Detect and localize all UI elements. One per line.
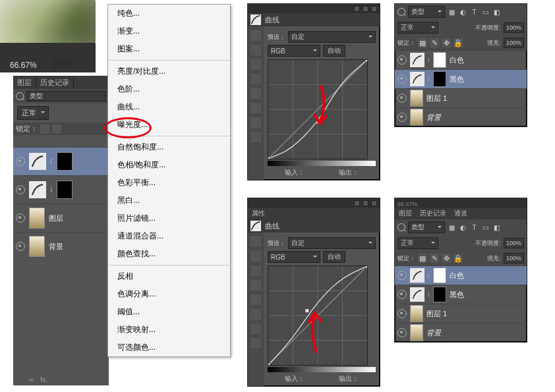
fill-value[interactable]: 100%	[504, 38, 524, 48]
filter-smart-icon[interactable]: ◧	[492, 8, 501, 16]
curve-smooth-tool[interactable]	[250, 294, 261, 305]
eyedropper-gray[interactable]	[250, 266, 261, 276]
layer-mask[interactable]	[433, 52, 446, 68]
link-icon[interactable]: ∞	[29, 376, 34, 383]
layer-row[interactable]: 图层 1	[395, 304, 527, 323]
visibility-icon[interactable]	[397, 74, 407, 84]
visibility-icon[interactable]	[16, 185, 25, 194]
menu-item[interactable]: 可选颜色...	[108, 339, 230, 356]
curve-pencil-tool[interactable]	[250, 309, 261, 320]
fill-value[interactable]: 100%	[504, 253, 524, 264]
blend-mode-dropdown[interactable]: 正常	[397, 22, 438, 34]
opacity-value[interactable]: 100%	[504, 22, 524, 33]
lock-move-icon[interactable]: ✥	[442, 38, 451, 47]
curve-smooth2-tool[interactable]	[250, 117, 261, 128]
tab-history[interactable]: 历史记录	[36, 76, 74, 89]
menu-item[interactable]: 黑白...	[108, 192, 230, 210]
fx-icon[interactable]: fx.	[40, 376, 47, 383]
layer-row[interactable]: ⁞白色	[395, 266, 527, 285]
channel-dropdown[interactable]: RGB	[268, 45, 320, 57]
layer-mask[interactable]	[57, 152, 73, 171]
layer-row[interactable]: ⁞白色	[395, 50, 527, 69]
layer-row[interactable]: 图层	[13, 204, 109, 232]
layer-mask[interactable]	[433, 267, 446, 283]
tab-layers[interactable]: 图层	[13, 76, 36, 89]
opacity-value[interactable]: 100%	[504, 238, 524, 248]
filter-pixel-icon[interactable]: ▦	[448, 223, 456, 232]
lock-transparent-icon[interactable]: ▦	[418, 254, 427, 263]
visibility-icon[interactable]	[397, 290, 407, 299]
lock-pixels-icon[interactable]	[40, 125, 49, 134]
eyedropper-white[interactable]	[250, 280, 261, 291]
curve-smooth-tool[interactable]	[250, 88, 261, 99]
layer-row[interactable]: 背景	[13, 232, 109, 260]
lock-move-icon[interactable]: ✥	[442, 254, 451, 263]
eyedropper-black[interactable]	[250, 45, 261, 55]
visibility-icon[interactable]	[397, 55, 407, 65]
lock-paint-icon[interactable]: ✎	[430, 254, 439, 263]
menu-item[interactable]: 色彩平衡...	[108, 174, 230, 192]
filter-shape-icon[interactable]: ▭	[481, 223, 490, 232]
filter-shape-icon[interactable]: ▭	[481, 8, 490, 16]
zoom-level[interactable]: 66.67%	[10, 61, 37, 70]
menu-item[interactable]: 照片滤镜...	[108, 210, 230, 227]
lock-brush-icon[interactable]	[52, 125, 61, 134]
filter-pixel-icon[interactable]: ▦	[448, 8, 456, 16]
menu-item[interactable]: 反相	[108, 267, 230, 285]
menu-item[interactable]: 渐变映射...	[108, 321, 230, 339]
preset-dropdown[interactable]: 自定	[288, 237, 376, 249]
channel-dropdown[interactable]: RGB	[268, 251, 320, 263]
tab-history[interactable]: 历史记录	[416, 208, 450, 219]
filter-type-icon[interactable]: T	[470, 223, 479, 232]
menu-item[interactable]: 亮度/对比度...	[108, 63, 230, 80]
blend-mode-dropdown[interactable]: 正常	[397, 237, 438, 249]
filter-adjust-icon[interactable]: ◐	[459, 223, 467, 232]
layer-mask[interactable]	[57, 181, 73, 199]
preset-dropdown[interactable]: 自定	[288, 31, 376, 43]
visibility-icon[interactable]	[397, 309, 407, 318]
filter-type-icon[interactable]: T	[470, 8, 479, 16]
zoom-stepper[interactable]	[53, 59, 73, 69]
visibility-icon[interactable]	[397, 271, 407, 280]
layer-mask[interactable]	[433, 71, 446, 87]
target-adjust-tool[interactable]	[250, 237, 261, 247]
layer-filter-dropdown[interactable]: 类型	[408, 6, 445, 18]
tab-properties[interactable]: 属性	[248, 208, 269, 219]
menu-item[interactable]: 自然饱和度...	[108, 138, 230, 156]
visibility-icon[interactable]	[397, 328, 407, 337]
curve-graph[interactable]	[268, 266, 368, 366]
curve-graph[interactable]	[268, 59, 368, 159]
tab-channels[interactable]: 通道	[450, 208, 471, 219]
menu-item[interactable]: 色相/饱和度...	[108, 156, 230, 174]
lock-transparent-icon[interactable]: ▦	[418, 38, 427, 47]
visibility-icon[interactable]	[16, 213, 25, 223]
filter-adjust-icon[interactable]: ◐	[459, 8, 467, 16]
menu-item[interactable]: 通道混合器...	[108, 227, 230, 245]
eyedropper-white[interactable]	[250, 74, 261, 84]
visibility-icon[interactable]	[397, 113, 407, 122]
eyedropper-black[interactable]	[250, 251, 261, 262]
menu-item[interactable]: 曲线...	[108, 98, 230, 116]
lock-paint-icon[interactable]: ✎	[430, 38, 439, 47]
eyedropper-gray[interactable]	[250, 59, 261, 70]
visibility-icon[interactable]	[397, 94, 407, 103]
lock-all-icon[interactable]: 🔒	[453, 254, 463, 263]
menu-item[interactable]: 纯色...	[108, 5, 230, 22]
layer-row[interactable]: ⁞	[13, 147, 109, 175]
layer-row[interactable]: 图层 1	[395, 88, 527, 107]
menu-item[interactable]: 颜色查找...	[108, 245, 230, 263]
layer-filter-dropdown[interactable]: 类型	[26, 91, 106, 101]
auto-button[interactable]: 自动	[323, 251, 345, 263]
histogram-toggle[interactable]	[250, 132, 261, 142]
target-adjust-tool[interactable]	[250, 30, 261, 41]
layer-filter-dropdown[interactable]: 类型	[408, 221, 445, 233]
blend-mode-dropdown[interactable]: 正常	[17, 106, 49, 120]
lock-all-icon[interactable]: 🔒	[453, 38, 463, 47]
visibility-icon[interactable]	[16, 242, 25, 251]
menu-item[interactable]: 图案...	[108, 40, 230, 58]
curve-pencil-tool[interactable]	[250, 103, 261, 113]
layer-row[interactable]: ⁞黑色	[395, 69, 527, 88]
auto-button[interactable]: 自动	[323, 45, 345, 57]
layer-mask[interactable]	[433, 287, 446, 302]
visibility-icon[interactable]	[16, 157, 25, 166]
